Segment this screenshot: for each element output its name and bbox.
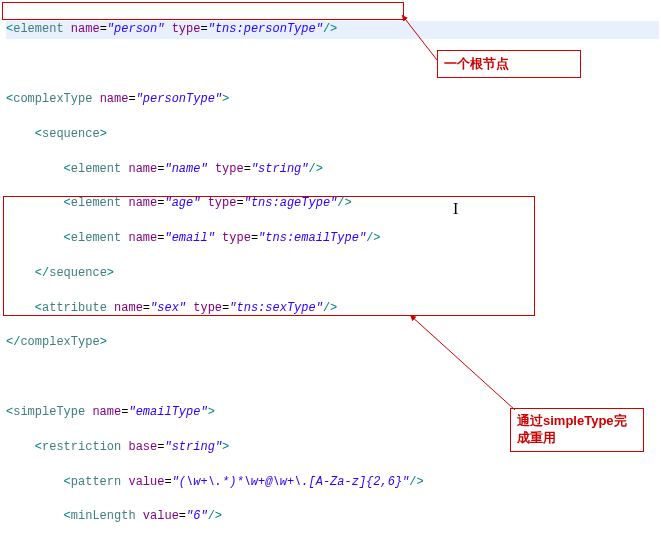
annotation-simpletype-reuse: 通过simpleType完成重用 xyxy=(510,408,644,452)
code-line: <sequence> xyxy=(6,126,659,143)
code-line: <element name="email" type="tns:emailTyp… xyxy=(6,230,659,247)
code-line: </sequence> xyxy=(6,265,659,282)
code-block: <element name="person" type="tns:personT… xyxy=(0,0,661,542)
code-line: <pattern value="(\w+\.*)*\w+@\w+\.[A-Za-… xyxy=(6,474,659,491)
code-line: <attribute name="sex" type="tns:sexType"… xyxy=(6,300,659,317)
annotation-text: 一个根节点 xyxy=(444,56,509,71)
code-line: <minLength value="6"/> xyxy=(6,508,659,525)
code-line: <element name="name" type="string"/> xyxy=(6,161,659,178)
text-cursor-icon: I xyxy=(453,200,458,218)
annotation-root-node: 一个根节点 xyxy=(437,50,581,78)
code-line: <complexType name="personType"> xyxy=(6,91,659,108)
code-line: <element name="age" type="tns:ageType"/> xyxy=(6,195,659,212)
code-line: <element name="person" type="tns:personT… xyxy=(6,21,659,38)
code-line: </complexType> xyxy=(6,334,659,351)
code-line xyxy=(6,369,659,386)
annotation-text: 通过simpleType完成重用 xyxy=(517,413,627,445)
